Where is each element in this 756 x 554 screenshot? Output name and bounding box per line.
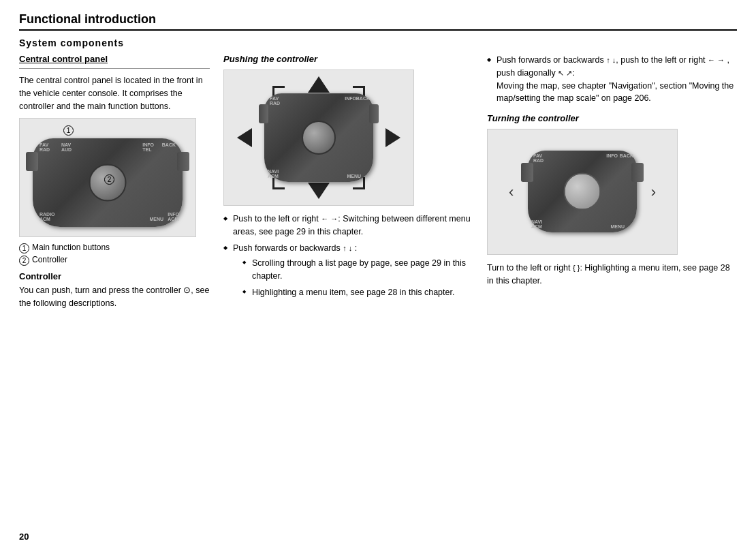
- central-panel-body1: The central control panel is located in …: [19, 74, 210, 112]
- turning-image: ‹ › FAVRAD INFO BACK NAVIACM MENU: [487, 129, 678, 255]
- caption-num-1: 1: [19, 243, 29, 253]
- caption-list: 1 Main function buttons 2 Controller: [19, 243, 210, 266]
- bullet-map-push: Push forwards or backwards ↑ ↓, push to …: [487, 54, 737, 105]
- sub-bullet-scroll: Scrolling through a list page by page, s…: [242, 257, 473, 283]
- turning-heading: Turning the controller: [487, 113, 737, 123]
- right-bullets-top: Push forwards or backwards ↑ ↓, push to …: [487, 54, 737, 105]
- section-title: System components: [19, 37, 737, 48]
- page-number: 20: [19, 532, 29, 542]
- caption-text-2: Controller: [32, 255, 67, 264]
- pushing-bullets: Push to the left or right ← →: Switching…: [223, 213, 473, 299]
- rotation-left-arrow: ‹: [509, 183, 514, 201]
- pushing-image: FAVRAD INFO BACK NAVIACM MENU: [223, 70, 414, 206]
- sub-bullet-highlight: Highlighting a menu item, see page 28 in…: [242, 286, 473, 299]
- bullet-push-fb: Push forwards or backwards ↑ ↓ : Scrolli…: [223, 242, 473, 299]
- caption-num-2: 2: [19, 256, 29, 266]
- middle-column: Pushing the controller: [223, 54, 473, 316]
- bullet-push-lr: Push to the left or right ← →: Switching…: [223, 213, 473, 238]
- central-panel-image: FAVRAD NAVAUD INFOTEL BACK RADIOACM MENU…: [19, 118, 196, 237]
- turn-description: Turn to the left or right { }: Highlight…: [487, 262, 737, 288]
- left-column: Central control panel The central contro…: [19, 54, 210, 316]
- rotation-right-arrow: ›: [651, 183, 656, 201]
- main-title: Functional introduction: [19, 12, 737, 31]
- pushing-heading: Pushing the controller: [223, 54, 473, 64]
- caption-text-1: Main function buttons: [32, 243, 110, 252]
- label-2: 2: [104, 174, 114, 185]
- label-1: 1: [63, 125, 74, 136]
- controller-body2: You can push, turn and press the control…: [19, 284, 210, 310]
- controller-subhead: Controller: [19, 271, 210, 281]
- right-column: Push forwards or backwards ↑ ↓, push to …: [487, 54, 737, 316]
- central-panel-heading: Central control panel: [19, 54, 210, 64]
